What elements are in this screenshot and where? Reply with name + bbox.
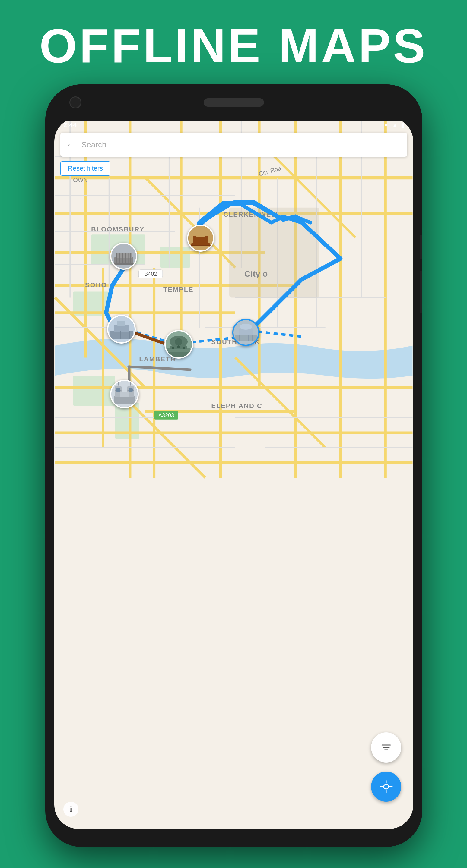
svg-text:OWN: OWN [73,177,88,183]
page-title: OFFLINE MAPS [0,18,467,73]
my-location-fab-button[interactable] [371,772,401,802]
status-bar: 2:44 ▼ ▲ ▮ [54,118,413,133]
svg-point-101 [172,347,174,349]
front-camera [69,96,82,108]
svg-rect-120 [128,389,133,392]
svg-point-99 [175,338,182,345]
back-button[interactable]: ← [66,140,76,150]
battery-icon: ▮ [401,121,404,129]
marker-tate-right[interactable] [232,319,259,346]
reset-filters-button[interactable]: Reset filters [60,161,110,176]
wifi-icon: ▼ [383,122,389,129]
phone-screen: 2:44 ▼ ▲ ▮ [54,118,413,829]
filter-icon [380,741,392,753]
location-icon [380,780,393,793]
svg-text:B402: B402 [144,271,157,277]
svg-text:ELEPH AND C: ELEPH AND C [211,402,262,410]
svg-rect-89 [114,325,128,332]
signal-icon: ▲ [392,122,398,129]
svg-rect-76 [190,245,211,246]
svg-rect-86 [113,263,135,265]
status-time: 2:44 [63,121,77,129]
info-icon: ℹ [70,805,72,813]
phone-top-bar [45,84,422,121]
map-area[interactable]: B402 A3203 City o BLOOMSBURY CLERKENWELL… [54,118,413,829]
svg-rect-116 [120,392,128,397]
svg-rect-73 [193,236,208,244]
svg-text:BLOOMSBURY: BLOOMSBURY [91,225,145,233]
marker-tate-modern[interactable] [107,315,136,344]
svg-text:City o: City o [244,269,268,278]
marker-south-bank[interactable] [165,330,193,359]
search-placeholder: Search [82,140,106,150]
svg-point-124 [384,784,388,789]
svg-text:SOHO: SOHO [85,281,107,289]
svg-rect-90 [117,321,125,326]
svg-text:TEMPLE: TEMPLE [163,286,194,293]
phone-bottom-bar [45,829,422,847]
svg-text:LAMBETH: LAMBETH [139,355,176,363]
power-button [420,271,422,313]
marker-british-museum[interactable] [110,243,137,270]
svg-rect-74 [194,232,207,237]
filter-fab-button[interactable] [371,733,401,763]
svg-rect-113 [114,396,135,404]
svg-rect-4 [73,375,115,406]
phone-frame: 2:44 ▼ ▲ ▮ [45,84,422,847]
svg-point-103 [182,347,185,349]
map-background: B402 A3203 City o BLOOMSBURY CLERKENWELL… [54,118,413,829]
marker-westminster[interactable] [110,380,139,408]
phone-speaker [204,98,264,107]
svg-point-102 [177,345,180,348]
info-button[interactable]: ℹ [63,802,79,817]
search-bar[interactable]: ← Search [60,133,407,157]
svg-rect-3 [160,247,191,268]
svg-rect-119 [116,389,120,392]
status-icons: ▼ ▲ ▮ [383,121,404,129]
volume-button [420,235,422,259]
marker-museum-top[interactable] [187,224,214,252]
svg-rect-105 [235,335,257,341]
svg-point-107 [240,324,252,330]
svg-text:A3203: A3203 [158,412,174,418]
